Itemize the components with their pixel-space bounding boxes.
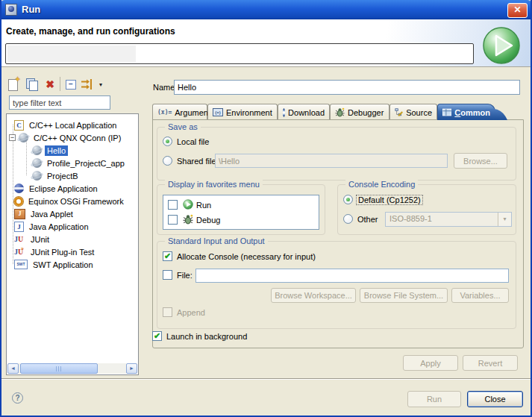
console-encoding-title: Console Encoding — [345, 180, 418, 189]
eclipse-application-icon — [14, 184, 24, 193]
dialog-icon — [5, 4, 17, 16]
browse-filesystem-button[interactable]: Browse File System... — [360, 288, 448, 303]
qnx-target-icon — [32, 171, 42, 181]
button-bar-separator — [1, 378, 531, 380]
append-label[interactable]: Append — [177, 308, 205, 317]
shared-file-label[interactable]: Shared file: — [177, 157, 219, 166]
configurations-tree: C C/C++ Local Application − C/C++ QNX QC… — [6, 113, 139, 375]
tab-environment[interactable]: (×) Environment — [207, 104, 278, 120]
favorite-debug-label[interactable]: Debug — [196, 216, 220, 225]
allocate-console-checkbox[interactable]: ✔ — [163, 251, 172, 261]
tree-item-projectb[interactable]: ProjectB — [7, 169, 139, 182]
blurred-message-block — [7, 46, 136, 62]
file-label[interactable]: File: — [177, 271, 193, 280]
junit-plugin-icon: JU» — [14, 248, 25, 256]
console-encoding-group: Console Encoding — [337, 184, 516, 235]
download-icon — [283, 108, 285, 117]
tree-item-hello[interactable]: Hello — [7, 144, 139, 157]
encoding-combo-value: ISO-8859-1 — [389, 214, 432, 223]
tab-source[interactable]: Source — [389, 104, 437, 120]
revert-button[interactable]: Revert — [463, 355, 518, 371]
encoding-default-radio[interactable] — [343, 195, 353, 204]
local-file-label[interactable]: Local file — [177, 137, 209, 146]
new-configuration-button[interactable]: ✦ — [7, 77, 22, 92]
encoding-other-radio[interactable] — [343, 214, 353, 224]
local-file-radio[interactable] — [163, 137, 172, 146]
qnx-target-icon — [32, 158, 42, 168]
java-applet-icon: J — [14, 209, 25, 219]
java-application-icon: J — [14, 222, 24, 232]
filter-input[interactable] — [9, 95, 110, 110]
shared-file-input[interactable] — [215, 154, 448, 168]
duplicate-configuration-button[interactable] — [25, 77, 40, 92]
allocate-console-label[interactable]: Allocate Console (necessary for input) — [177, 252, 316, 261]
help-button[interactable]: ? — [12, 392, 23, 404]
tree-item-java-applet[interactable]: J Java Applet — [7, 207, 139, 220]
encoding-combo[interactable]: ISO-8859-1 ▾ — [385, 212, 512, 227]
browse-shared-button[interactable]: Browse... — [454, 153, 507, 169]
collapse-all-button[interactable]: − — [63, 77, 78, 92]
tab-debugger[interactable]: Debugger — [330, 104, 389, 120]
combo-dropdown-icon[interactable]: ▾ — [498, 213, 511, 226]
tree-item-junit-plugin[interactable]: JU» JUnit Plug-in Test — [7, 245, 139, 258]
tree-item-equinox-osgi[interactable]: Equinox OSGi Framework — [7, 195, 139, 207]
tree-item-java-application[interactable]: J Java Application — [7, 220, 139, 233]
favorite-run-checkbox[interactable] — [168, 200, 178, 210]
swt-application-icon: SWT — [14, 260, 28, 269]
dialog-banner: Create, manage, and run configurations — [0, 19, 532, 67]
close-window-button[interactable]: ✕ — [507, 3, 528, 18]
tab-arguments[interactable]: (x)= Arguments — [152, 104, 207, 120]
file-checkbox[interactable] — [163, 270, 172, 280]
encoding-default-label[interactable]: Default (Cp1252) — [356, 195, 423, 205]
tree-item-cpp-qnx[interactable]: − C/C++ QNX QConn (IP) — [7, 131, 139, 144]
tree-item-junit[interactable]: JU JUnit — [7, 233, 139, 245]
browse-workspace-button[interactable]: Browse Workspace... — [271, 288, 356, 303]
shared-file-radio[interactable] — [163, 156, 172, 166]
tab-download[interactable]: Download — [278, 104, 330, 120]
tree-item-profile-projectc[interactable]: Profile_ProjectC_app — [7, 157, 139, 169]
tree-item-cpp-local[interactable]: C C/C++ Local Application — [7, 119, 139, 131]
favorite-run-label[interactable]: Run — [196, 201, 211, 210]
collapse-twisty-icon[interactable]: − — [9, 134, 16, 141]
tree-item-swt-application[interactable]: SWT SWT Application — [7, 258, 139, 271]
equinox-framework-icon — [14, 197, 23, 206]
append-checkbox[interactable] — [163, 307, 172, 317]
filter-icon — [81, 78, 94, 90]
collapse-all-icon: − — [66, 80, 76, 90]
launch-background-checkbox[interactable]: ✔ — [152, 331, 162, 341]
file-path-input[interactable] — [195, 269, 509, 283]
tab-common[interactable]: Common — [437, 104, 495, 120]
qnx-target-icon — [32, 145, 42, 155]
filter-launch-configurations-button[interactable]: ▾ — [80, 77, 102, 92]
run-icon — [183, 199, 193, 210]
delete-icon: ✖ — [43, 77, 57, 92]
scroll-right-button[interactable]: ► — [126, 363, 137, 374]
window-title: Run — [22, 4, 40, 15]
banner-heading: Create, manage, and run configurations — [6, 26, 175, 37]
new-star-icon: ✦ — [14, 75, 21, 84]
debug-icon — [183, 214, 193, 225]
junit-icon: JU — [14, 235, 25, 243]
name-input[interactable] — [174, 80, 520, 95]
close-button[interactable]: Close — [467, 391, 523, 407]
run-banner-icon — [482, 26, 521, 65]
stdio-title: Standard Input and Output — [165, 236, 268, 245]
scrollbar-thumb[interactable] — [20, 363, 98, 374]
launch-background-label[interactable]: Launch in background — [166, 332, 247, 341]
encoding-other-label[interactable]: Other — [357, 215, 378, 224]
title-bar[interactable]: Run ✕ — [0, 0, 532, 19]
tree-item-eclipse-application[interactable]: Eclipse Application — [7, 182, 139, 195]
qnx-target-icon — [19, 133, 28, 142]
variables-button[interactable]: Variables... — [451, 288, 509, 303]
scroll-left-button[interactable]: ◄ — [7, 363, 19, 374]
delete-configuration-button[interactable]: ✖ — [43, 77, 57, 92]
filter-dropdown-icon: ▾ — [99, 81, 102, 88]
plugin-spark-icon: » — [21, 245, 24, 251]
common-table-icon — [442, 108, 451, 116]
run-button[interactable]: Run — [407, 391, 461, 407]
copy-front-page-icon — [29, 81, 38, 91]
favorite-debug-checkbox[interactable] — [168, 215, 178, 225]
arguments-icon: (x)= — [157, 109, 172, 116]
apply-button[interactable]: Apply — [403, 355, 458, 371]
tree-horizontal-scrollbar[interactable]: ◄ ► — [7, 363, 137, 374]
